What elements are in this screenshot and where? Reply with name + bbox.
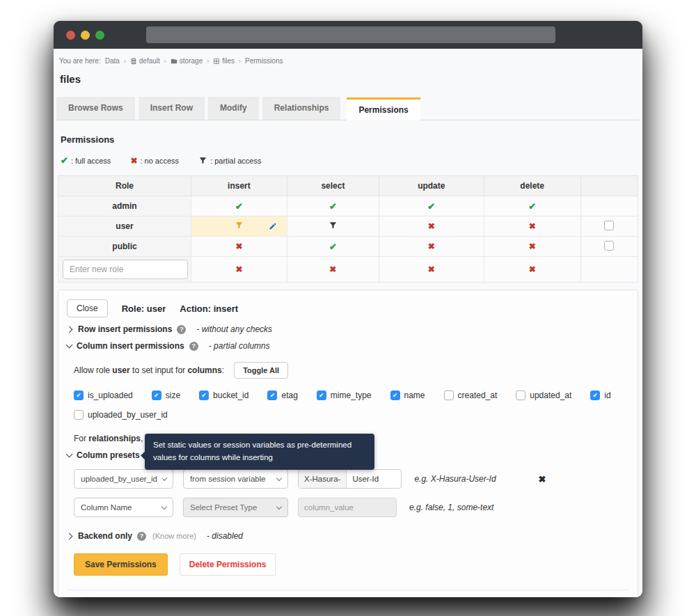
breadcrumb-prefix: You are here: xyxy=(59,57,101,65)
columns-checkbox-row-2: uploaded_by_user_id xyxy=(74,410,629,420)
bulk-select-checkbox[interactable] xyxy=(604,221,614,230)
column-checkbox-size[interactable]: size xyxy=(152,390,180,400)
chevron-down-icon xyxy=(66,451,73,458)
column-checkbox-created_at[interactable]: created_at xyxy=(444,390,498,400)
perm-cell-user-update[interactable]: ✖ xyxy=(379,216,484,237)
close-button[interactable]: Close xyxy=(67,299,108,317)
session-variable-input-group: X-Hasura- xyxy=(298,469,402,489)
breadcrumb-schema[interactable]: storage xyxy=(171,57,203,65)
no-access-icon: ✖ xyxy=(529,242,536,251)
checkbox-unchecked-icon xyxy=(444,390,454,400)
breadcrumb-data[interactable]: Data xyxy=(105,57,120,65)
legend-partial-access: : partial access xyxy=(198,156,261,165)
checkbox-unchecked-icon xyxy=(74,410,84,420)
column-checkbox-id[interactable]: id xyxy=(590,390,610,400)
breadcrumb-database[interactable]: default xyxy=(130,57,160,65)
help-icon[interactable]: ? xyxy=(177,325,186,334)
checkbox-checked-icon xyxy=(74,390,84,400)
section-backend-only[interactable]: Backend only ? (Know more) - disabled xyxy=(67,531,629,541)
perm-cell-admin-insert[interactable]: ✔ xyxy=(191,196,287,216)
role-label: admin xyxy=(58,196,191,216)
preset-column-select[interactable]: uploaded_by_user_id xyxy=(74,469,173,489)
allow-columns-line: Allow role user to set input for columns… xyxy=(74,362,629,379)
perm-cell-user-select[interactable] xyxy=(287,216,379,237)
table-row-user: user ✖ ✖ xyxy=(58,216,638,237)
save-permissions-button[interactable]: Save Permissions xyxy=(74,553,168,576)
preset-value-input[interactable] xyxy=(298,498,397,517)
column-checkbox-is_uploaded[interactable]: is_uploaded xyxy=(74,390,133,400)
help-icon[interactable]: ? xyxy=(189,342,198,351)
tab-modify[interactable]: Modify xyxy=(208,97,259,120)
remove-preset-icon[interactable]: ✖ xyxy=(538,474,546,484)
permissions-legend: ✔ : full access ✖ : no access : partial … xyxy=(61,155,640,166)
check-icon: ✔ xyxy=(61,155,68,166)
table-header-row: Role insert select update delete xyxy=(58,176,638,196)
checkbox-checked-icon xyxy=(390,390,400,400)
column-checkbox-updated_at[interactable]: updated_at xyxy=(516,390,571,400)
bulk-cell-public xyxy=(580,237,638,257)
perm-cell-user-insert-editing[interactable] xyxy=(191,216,287,237)
column-checkbox-uploaded_by_user_id[interactable]: uploaded_by_user_id xyxy=(74,410,168,420)
session-variable-input[interactable] xyxy=(347,475,401,483)
cross-icon: ✖ xyxy=(130,156,137,166)
minimize-window-button[interactable] xyxy=(81,31,90,40)
checkbox-checked-icon xyxy=(199,390,209,400)
chevron-down-icon xyxy=(161,504,167,510)
no-access-icon: ✖ xyxy=(529,221,536,231)
section-column-presets[interactable]: Column presets ? Set static values or se… xyxy=(67,450,629,460)
preset-hint: e.g. false, 1, some-text xyxy=(409,503,515,512)
editor-role-label: Role: user xyxy=(122,303,166,314)
legend-no-access: ✖ : no access xyxy=(130,156,179,166)
column-checkbox-mime_type[interactable]: mime_type xyxy=(317,390,372,400)
edit-pencil-icon[interactable] xyxy=(269,222,277,230)
chevron-right-icon xyxy=(66,326,73,333)
bulk-select-checkbox[interactable] xyxy=(604,241,614,251)
preset-row-1: uploaded_by_user_id from session variabl… xyxy=(67,469,629,489)
no-access-icon: ✖ xyxy=(428,264,435,274)
perm-cell-admin-delete[interactable]: ✔ xyxy=(484,196,580,216)
url-bar[interactable] xyxy=(146,26,555,43)
perm-cell-public-insert[interactable]: ✖ xyxy=(191,237,287,257)
breadcrumb-table[interactable]: files xyxy=(213,57,235,65)
tab-browse-rows[interactable]: Browse Rows xyxy=(56,97,135,120)
table-row-public: public ✖ ✔ ✖ ✖ xyxy=(58,237,638,257)
help-icon[interactable]: ? xyxy=(137,532,146,541)
column-checkbox-etag[interactable]: etag xyxy=(267,390,297,400)
no-access-icon: ✖ xyxy=(329,264,336,274)
preset-type-select-empty[interactable]: Select Preset Type xyxy=(183,498,288,517)
new-role-cell xyxy=(58,257,191,283)
know-more-link[interactable]: (Know more) xyxy=(152,532,196,540)
perm-cell-public-select[interactable]: ✔ xyxy=(287,237,379,257)
preset-type-select[interactable]: from session variable xyxy=(183,469,288,489)
close-window-button[interactable] xyxy=(66,31,75,40)
tab-permissions[interactable]: Permissions xyxy=(347,97,420,120)
tab-relationships[interactable]: Relationships xyxy=(262,97,341,120)
table-row-new-role: ✖ ✖ ✖ ✖ xyxy=(58,257,638,283)
perm-cell-public-delete[interactable]: ✖ xyxy=(484,237,580,257)
full-access-icon: ✔ xyxy=(329,201,337,212)
bulk-cell-admin xyxy=(580,196,638,216)
preset-hint: e.g. X-Hasura-User-Id xyxy=(414,474,520,484)
tab-insert-row[interactable]: Insert Row xyxy=(139,97,205,120)
no-access-icon: ✖ xyxy=(428,221,435,231)
column-checkbox-bucket_id[interactable]: bucket_id xyxy=(199,390,248,400)
maximize-window-button[interactable] xyxy=(95,31,104,40)
chevron-right-icon: › xyxy=(239,58,241,65)
section-column-insert-permissions[interactable]: Column insert permissions ? - partial co… xyxy=(67,341,629,351)
new-role-input[interactable] xyxy=(63,260,188,279)
col-header-delete: delete xyxy=(484,176,580,196)
perm-cell-admin-update[interactable]: ✔ xyxy=(379,196,484,216)
table-row-admin: admin ✔ ✔ ✔ ✔ xyxy=(58,196,638,216)
database-icon xyxy=(130,58,137,65)
no-access-icon: ✖ xyxy=(235,242,242,251)
perm-cell-public-update[interactable]: ✖ xyxy=(379,237,484,257)
preset-column-select-empty[interactable]: Column Name xyxy=(74,498,173,517)
perm-cell-user-delete[interactable]: ✖ xyxy=(484,216,580,237)
chevron-down-icon xyxy=(276,504,282,510)
perm-cell-admin-select[interactable]: ✔ xyxy=(287,196,379,216)
section-row-insert-permissions[interactable]: Row insert permissions ? - without any c… xyxy=(67,324,629,334)
toggle-all-button[interactable]: Toggle All xyxy=(234,362,288,379)
col-header-select: select xyxy=(287,176,379,196)
delete-permissions-button[interactable]: Delete Permissions xyxy=(180,553,276,576)
column-checkbox-name[interactable]: name xyxy=(390,390,425,400)
